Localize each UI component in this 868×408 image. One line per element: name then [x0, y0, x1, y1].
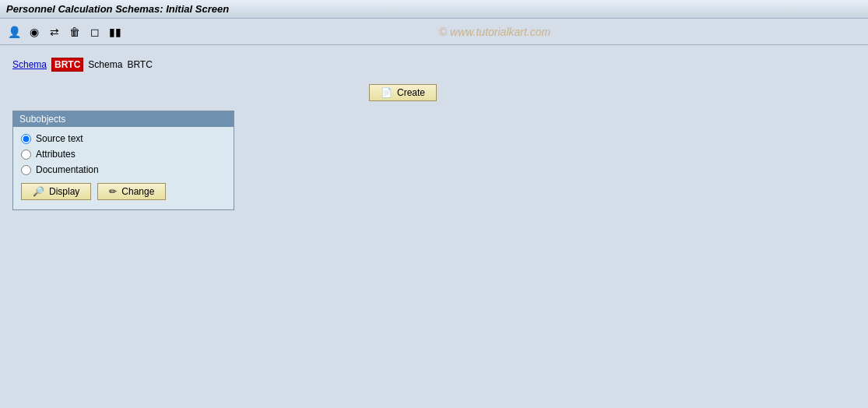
- subobjects-panel: Subobjects Source text Attributes Docume…: [12, 111, 234, 210]
- subobjects-buttons: 🔎 Display ✏ Change: [21, 183, 226, 203]
- schema-input[interactable]: BRTC: [51, 58, 83, 72]
- radio-documentation-input[interactable]: [21, 165, 31, 175]
- radio-attributes[interactable]: Attributes: [21, 149, 226, 160]
- title-text: Personnel Calculation Schemas: Initial S…: [6, 3, 229, 15]
- radio-source-text-label: Source text: [36, 133, 83, 144]
- subobjects-header: Subobjects: [13, 111, 234, 127]
- title-bar: Personnel Calculation Schemas: Initial S…: [0, 0, 868, 19]
- change-button[interactable]: ✏ Change: [97, 183, 166, 200]
- change-button-label: Change: [121, 186, 154, 197]
- schema-value-text: BRTC: [127, 59, 152, 70]
- change-button-icon: ✏: [109, 186, 117, 197]
- transfer-icon[interactable]: ⇄: [47, 24, 62, 40]
- create-row: 📄 Create: [0, 84, 856, 101]
- create-button-icon: 📄: [381, 87, 392, 98]
- create-button[interactable]: 📄 Create: [369, 84, 437, 101]
- delete-icon[interactable]: 🗑: [67, 24, 83, 40]
- radio-source-text-input[interactable]: [21, 134, 31, 144]
- schema-row: Schema BRTC Schema BRTC: [12, 58, 856, 72]
- create-button-label: Create: [397, 87, 425, 98]
- watermark: © www.tutorialkart.com: [128, 26, 862, 38]
- radio-source-text[interactable]: Source text: [21, 133, 226, 144]
- display-button-icon: 🔎: [33, 186, 44, 197]
- bookmark-icon[interactable]: ▮▮: [107, 24, 123, 40]
- radio-attributes-label: Attributes: [36, 149, 76, 160]
- subobjects-body: Source text Attributes Documentation 🔎 D…: [13, 127, 234, 209]
- radio-documentation[interactable]: Documentation: [21, 164, 226, 175]
- main-content: Schema BRTC Schema BRTC 📄 Create Subobje…: [0, 45, 868, 223]
- display-button-label: Display: [49, 186, 79, 197]
- display-button[interactable]: 🔎 Display: [21, 183, 91, 200]
- settings-icon[interactable]: ◉: [26, 24, 42, 40]
- toolbar: 👤 ◉ ⇄ 🗑 ◻ ▮▮ © www.tutorialkart.com: [0, 19, 868, 45]
- radio-attributes-input[interactable]: [21, 149, 31, 160]
- copy-icon[interactable]: ◻: [87, 24, 103, 40]
- schema-sublabel: Schema: [88, 59, 122, 70]
- user-icon[interactable]: 👤: [6, 24, 22, 40]
- radio-documentation-label: Documentation: [36, 164, 99, 175]
- schema-link[interactable]: Schema: [12, 59, 47, 70]
